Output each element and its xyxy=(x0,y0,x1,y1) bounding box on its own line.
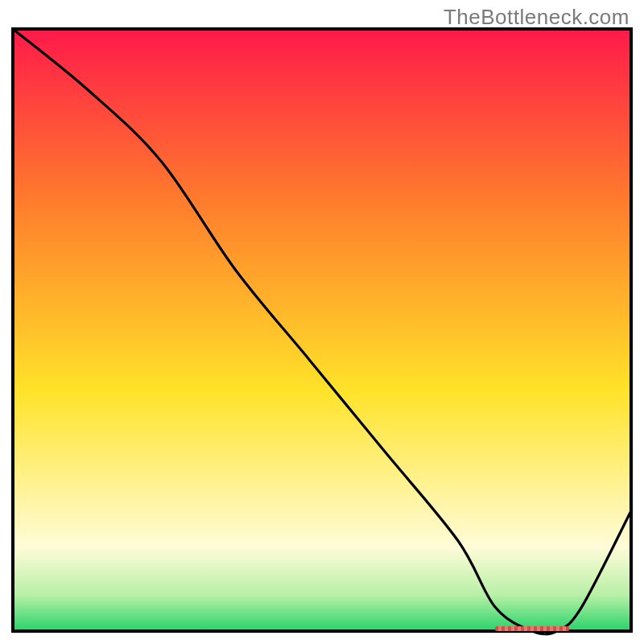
chart-stage: TheBottleneck.com xyxy=(0,0,644,644)
chart-svg xyxy=(0,0,644,644)
plot-background xyxy=(13,29,631,631)
watermark-text: TheBottleneck.com xyxy=(444,5,630,30)
optimal-range-marker xyxy=(495,626,569,631)
